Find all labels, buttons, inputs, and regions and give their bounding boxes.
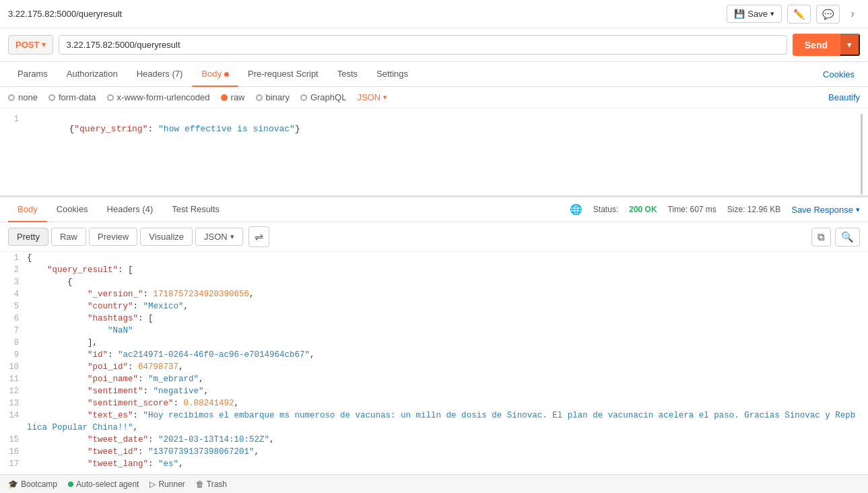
- response-line-8: 8 ],: [0, 337, 868, 349]
- tab-authorization[interactable]: Authorization: [57, 62, 127, 87]
- url-bar: POST ▾ Send ▾: [0, 28, 868, 62]
- tab-settings[interactable]: Settings: [367, 62, 418, 87]
- save-response-button[interactable]: Save Response ▾: [791, 205, 860, 215]
- radio-urlencoded-dot: [107, 94, 114, 101]
- bootcamp-icon: 🎓: [8, 480, 18, 489]
- radio-none-dot: [8, 94, 15, 101]
- radio-none[interactable]: none: [8, 92, 38, 102]
- resp-right-icons: ⧉ 🔍: [811, 228, 860, 246]
- radio-binary-dot: [256, 94, 263, 101]
- radio-graphql[interactable]: GraphQL: [300, 92, 346, 102]
- radio-raw-dot: [221, 94, 228, 101]
- top-bar: 3.22.175.82:5000/queryresult 💾 Save ▾ ✏️…: [0, 0, 868, 28]
- radio-raw[interactable]: raw: [221, 92, 245, 102]
- response-line-1: 1{: [0, 252, 868, 264]
- search-button[interactable]: 🔍: [835, 228, 860, 246]
- resp-tab-cookies[interactable]: Cookies: [47, 197, 98, 222]
- response-line-4: 4 "_version_": 1718757234920390656,: [0, 288, 868, 300]
- response-line-16: 16 "tweet_id": "1370739137398067201",: [0, 446, 868, 458]
- url-input[interactable]: [59, 35, 787, 55]
- response-line-12: 12 "sentiment": "negative",: [0, 385, 868, 397]
- response-line-6: 6 "hashtags": [: [0, 313, 868, 325]
- save-response-chevron-icon: ▾: [856, 205, 860, 214]
- edit-icon-button[interactable]: ✏️: [787, 5, 811, 24]
- globe-icon: 🌐: [570, 203, 582, 216]
- json-fmt-chevron-icon: ▾: [230, 232, 234, 241]
- response-line-10: 10 "poi_id": 64798737,: [0, 361, 868, 373]
- response-code[interactable]: 1{2 "query_result": [3 {4 "_version_": 1…: [0, 252, 868, 474]
- tabs-right: Cookies: [817, 69, 860, 79]
- response-line-2: 2 "query_result": [: [0, 264, 868, 276]
- response-line-3: 3 {: [0, 276, 868, 288]
- response-line-11: 11 "poi_name": "m_ebrard",: [0, 373, 868, 385]
- save-button[interactable]: 💾 Save ▾: [727, 5, 782, 23]
- body-options: none form-data x-www-form-urlencoded raw…: [0, 87, 868, 108]
- radio-binary[interactable]: binary: [256, 92, 290, 102]
- runner-icon: ▷: [149, 480, 156, 489]
- method-chevron-icon: ▾: [42, 40, 46, 49]
- save-icon: 💾: [734, 9, 745, 19]
- trash-icon: 🗑: [196, 480, 204, 489]
- response-format-row: Pretty Raw Preview Visualize JSON ▾ ⇌ ⧉ …: [0, 222, 868, 252]
- fmt-preview[interactable]: Preview: [89, 228, 137, 246]
- tab-params[interactable]: Params: [8, 62, 57, 87]
- runner-item[interactable]: ▷ Runner: [149, 480, 185, 489]
- response-line-15: 15 "tweet_date": "2021-03-13T14:10:52Z",: [0, 434, 868, 446]
- send-dropdown[interactable]: ▾: [840, 34, 860, 56]
- tab-tests[interactable]: Tests: [328, 62, 367, 87]
- radio-graphql-dot: [300, 94, 307, 101]
- time-value: Time: 607 ms: [668, 205, 716, 214]
- top-bar-right: 💾 Save ▾ ✏️ 💬 ›: [727, 4, 860, 24]
- body-active-dot: [224, 72, 229, 77]
- top-bar-left: 3.22.175.82:5000/queryresult: [8, 9, 122, 19]
- response-line-5: 5 "country": "Mexico",: [0, 300, 868, 313]
- json-dropdown[interactable]: JSON ▾: [357, 92, 387, 102]
- resp-tab-test-results[interactable]: Test Results: [162, 197, 229, 222]
- cookies-link[interactable]: Cookies: [817, 63, 860, 86]
- response-line-13: 13 "sentiment_score": 0.08241492,: [0, 397, 868, 409]
- fmt-pretty[interactable]: Pretty: [8, 228, 48, 246]
- response-status-area: 🌐 Status: 200 OK Time: 607 ms Size: 12.9…: [570, 203, 860, 216]
- size-value: Size: 12.96 KB: [727, 205, 780, 214]
- json-format-dropdown[interactable]: JSON ▾: [195, 228, 243, 246]
- request-area: POST ▾ Send ▾ Params Authorization Heade…: [0, 28, 868, 197]
- radio-form-data-dot: [48, 94, 55, 101]
- response-line-9: 9 "id": "ac214971-0264-46f0-ac96-e701496…: [0, 349, 868, 361]
- trash-item[interactable]: 🗑 Trash: [196, 480, 227, 489]
- response-line-7: 7 "NaN": [0, 325, 868, 337]
- beautify-link[interactable]: Beautify: [828, 92, 860, 102]
- status-label: Status:: [593, 205, 618, 214]
- radio-form-data[interactable]: form-data: [48, 92, 96, 102]
- tab-headers[interactable]: Headers (7): [127, 62, 193, 87]
- resp-tab-body[interactable]: Body: [8, 197, 47, 222]
- tab-body[interactable]: Body: [192, 62, 238, 87]
- copy-button[interactable]: ⧉: [811, 228, 831, 246]
- resp-tab-headers[interactable]: Headers (4): [98, 197, 163, 222]
- bottom-bar: 🎓 Bootcamp Auto-select agent ▷ Runner 🗑 …: [0, 474, 868, 493]
- fmt-raw[interactable]: Raw: [51, 228, 86, 246]
- top-url: 3.22.175.82:5000/queryresult: [8, 9, 122, 19]
- json-chevron-icon: ▾: [383, 93, 387, 102]
- wrap-button[interactable]: ⇌: [248, 226, 269, 247]
- response-line-14: 14 "text_es": "Hoy recibimos el embarque…: [0, 409, 868, 434]
- send-main[interactable]: Send: [793, 35, 840, 55]
- response-tabs: Body Cookies Headers (4) Test Results 🌐 …: [0, 197, 868, 222]
- comment-icon-button[interactable]: 💬: [816, 5, 840, 24]
- auto-select-item[interactable]: Auto-select agent: [68, 480, 139, 489]
- bootcamp-item[interactable]: 🎓 Bootcamp: [8, 480, 57, 489]
- scrollbar[interactable]: [861, 114, 863, 195]
- tab-pre-request[interactable]: Pre-request Script: [238, 62, 328, 87]
- method-select[interactable]: POST ▾: [8, 35, 53, 55]
- auto-select-dot: [68, 482, 73, 487]
- code-editor[interactable]: 1 {"query_string": "how effective is sin…: [0, 108, 868, 196]
- radio-urlencoded[interactable]: x-www-form-urlencoded: [107, 92, 210, 102]
- response-line-17: 17 "tweet_lang": "es",: [0, 458, 868, 470]
- editor-line-1: 1 {"query_string": "how effective is sin…: [0, 114, 868, 144]
- status-value: 200 OK: [629, 205, 657, 214]
- send-button[interactable]: Send ▾: [793, 34, 860, 56]
- collapse-button[interactable]: ›: [845, 4, 860, 24]
- request-tabs: Params Authorization Headers (7) Body Pr…: [0, 62, 868, 87]
- save-chevron-icon: ▾: [770, 9, 774, 18]
- fmt-visualize[interactable]: Visualize: [140, 228, 193, 246]
